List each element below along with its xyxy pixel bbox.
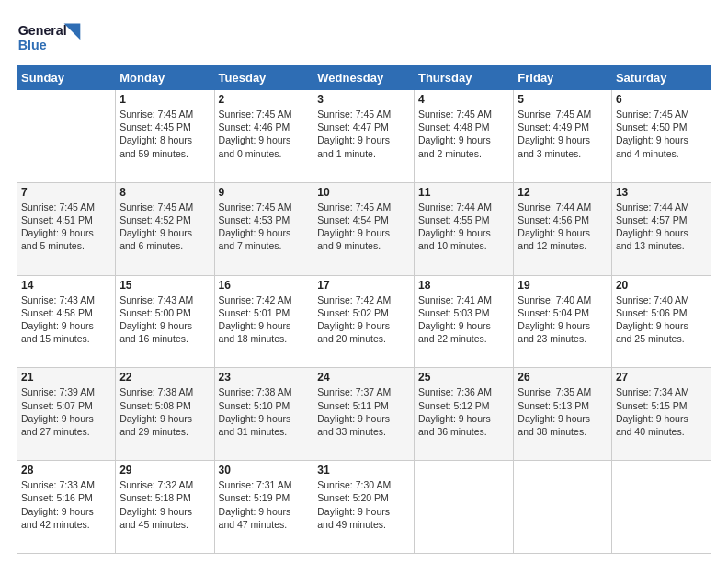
calendar-cell: 9Sunrise: 7:45 AMSunset: 4:53 PMDaylight… — [214, 182, 313, 275]
day-number: 17 — [317, 279, 410, 292]
day-number: 8 — [119, 186, 210, 199]
day-info: Sunrise: 7:38 AMSunset: 5:10 PMDaylight:… — [219, 385, 310, 438]
calendar-cell: 1Sunrise: 7:45 AMSunset: 4:45 PMDaylight… — [116, 90, 214, 183]
day-info: Sunrise: 7:41 AMSunset: 5:03 PMDaylight:… — [418, 293, 509, 346]
day-info: Sunrise: 7:45 AMSunset: 4:53 PMDaylight:… — [219, 201, 310, 253]
day-number: 12 — [518, 186, 608, 199]
calendar-cell: 15Sunrise: 7:43 AMSunset: 5:00 PMDayligh… — [116, 275, 214, 368]
day-info: Sunrise: 7:38 AMSunset: 5:08 PMDaylight:… — [119, 385, 210, 438]
day-info: Sunrise: 7:34 AMSunset: 5:15 PMDaylight:… — [616, 385, 707, 438]
week-row-1: 1Sunrise: 7:45 AMSunset: 4:45 PMDaylight… — [17, 90, 711, 183]
calendar-cell: 26Sunrise: 7:35 AMSunset: 5:13 PMDayligh… — [514, 368, 612, 461]
day-info: Sunrise: 7:45 AMSunset: 4:46 PMDaylight:… — [219, 108, 310, 160]
day-info: Sunrise: 7:44 AMSunset: 4:57 PMDaylight:… — [616, 201, 707, 253]
calendar-cell: 10Sunrise: 7:45 AMSunset: 4:54 PMDayligh… — [313, 182, 415, 275]
calendar-cell: 2Sunrise: 7:45 AMSunset: 4:46 PMDaylight… — [214, 90, 313, 183]
day-info: Sunrise: 7:42 AMSunset: 5:01 PMDaylight:… — [219, 293, 310, 346]
calendar-cell — [17, 90, 116, 183]
calendar-cell: 18Sunrise: 7:41 AMSunset: 5:03 PMDayligh… — [414, 275, 513, 368]
day-info: Sunrise: 7:40 AMSunset: 5:04 PMDaylight:… — [518, 293, 608, 346]
calendar-cell — [611, 461, 711, 554]
calendar-cell: 8Sunrise: 7:45 AMSunset: 4:52 PMDaylight… — [116, 182, 214, 275]
svg-text:General: General — [18, 23, 67, 38]
calendar-cell: 19Sunrise: 7:40 AMSunset: 5:04 PMDayligh… — [514, 275, 612, 368]
weekday-header-sunday: Sunday — [17, 66, 116, 90]
weekday-header-tuesday: Tuesday — [214, 66, 313, 90]
day-number: 5 — [518, 93, 608, 106]
day-number: 18 — [418, 279, 509, 292]
day-info: Sunrise: 7:43 AMSunset: 5:00 PMDaylight:… — [119, 293, 210, 346]
calendar-cell: 23Sunrise: 7:38 AMSunset: 5:10 PMDayligh… — [214, 368, 313, 461]
header: General Blue — [17, 17, 711, 58]
day-info: Sunrise: 7:36 AMSunset: 5:12 PMDaylight:… — [418, 385, 509, 438]
calendar-cell: 14Sunrise: 7:43 AMSunset: 4:58 PMDayligh… — [17, 275, 116, 368]
calendar-table: SundayMondayTuesdayWednesdayThursdayFrid… — [17, 65, 711, 554]
day-info: Sunrise: 7:37 AMSunset: 5:11 PMDaylight:… — [317, 385, 410, 438]
day-number: 22 — [119, 371, 210, 384]
day-info: Sunrise: 7:33 AMSunset: 5:16 PMDaylight:… — [21, 478, 111, 531]
svg-text:Blue: Blue — [18, 38, 47, 52]
day-number: 7 — [21, 186, 111, 199]
day-number: 10 — [317, 186, 410, 199]
calendar-cell: 13Sunrise: 7:44 AMSunset: 4:57 PMDayligh… — [611, 182, 711, 275]
day-number: 25 — [418, 371, 509, 384]
day-info: Sunrise: 7:39 AMSunset: 5:07 PMDaylight:… — [21, 385, 111, 438]
day-info: Sunrise: 7:44 AMSunset: 4:55 PMDaylight:… — [418, 201, 509, 253]
calendar-cell: 20Sunrise: 7:40 AMSunset: 5:06 PMDayligh… — [611, 275, 711, 368]
week-row-2: 7Sunrise: 7:45 AMSunset: 4:51 PMDaylight… — [17, 182, 711, 275]
day-number: 29 — [119, 464, 210, 477]
day-info: Sunrise: 7:45 AMSunset: 4:47 PMDaylight:… — [317, 108, 410, 160]
calendar-cell: 5Sunrise: 7:45 AMSunset: 4:49 PMDaylight… — [514, 90, 612, 183]
week-row-4: 21Sunrise: 7:39 AMSunset: 5:07 PMDayligh… — [17, 368, 711, 461]
weekday-header-thursday: Thursday — [414, 66, 513, 90]
day-info: Sunrise: 7:31 AMSunset: 5:19 PMDaylight:… — [219, 478, 310, 531]
calendar-cell: 16Sunrise: 7:42 AMSunset: 5:01 PMDayligh… — [214, 275, 313, 368]
day-number: 24 — [317, 371, 410, 384]
day-number: 20 — [616, 279, 707, 292]
day-info: Sunrise: 7:35 AMSunset: 5:13 PMDaylight:… — [518, 385, 608, 438]
calendar-cell: 27Sunrise: 7:34 AMSunset: 5:15 PMDayligh… — [611, 368, 711, 461]
day-number: 19 — [518, 279, 608, 292]
calendar-cell: 25Sunrise: 7:36 AMSunset: 5:12 PMDayligh… — [414, 368, 513, 461]
calendar-cell: 7Sunrise: 7:45 AMSunset: 4:51 PMDaylight… — [17, 182, 116, 275]
day-info: Sunrise: 7:45 AMSunset: 4:48 PMDaylight:… — [418, 108, 509, 160]
day-number: 15 — [119, 279, 210, 292]
day-number: 11 — [418, 186, 509, 199]
day-number: 3 — [317, 93, 410, 106]
weekday-header-wednesday: Wednesday — [313, 66, 415, 90]
day-info: Sunrise: 7:32 AMSunset: 5:18 PMDaylight:… — [119, 478, 210, 531]
day-number: 9 — [219, 186, 310, 199]
day-info: Sunrise: 7:45 AMSunset: 4:52 PMDaylight:… — [119, 201, 210, 253]
calendar-cell: 28Sunrise: 7:33 AMSunset: 5:16 PMDayligh… — [17, 461, 116, 554]
week-row-5: 28Sunrise: 7:33 AMSunset: 5:16 PMDayligh… — [17, 461, 711, 554]
day-number: 16 — [219, 279, 310, 292]
weekday-header-friday: Friday — [514, 66, 612, 90]
day-number: 1 — [119, 93, 210, 106]
weekday-header-saturday: Saturday — [611, 66, 711, 90]
calendar-cell: 31Sunrise: 7:30 AMSunset: 5:20 PMDayligh… — [313, 461, 415, 554]
day-info: Sunrise: 7:45 AMSunset: 4:54 PMDaylight:… — [317, 201, 410, 253]
day-info: Sunrise: 7:45 AMSunset: 4:51 PMDaylight:… — [21, 201, 111, 253]
day-info: Sunrise: 7:44 AMSunset: 4:56 PMDaylight:… — [518, 201, 608, 253]
day-number: 21 — [21, 371, 111, 384]
logo-svg: General Blue — [17, 17, 90, 58]
day-number: 31 — [317, 464, 410, 477]
calendar-cell: 4Sunrise: 7:45 AMSunset: 4:48 PMDaylight… — [414, 90, 513, 183]
day-info: Sunrise: 7:45 AMSunset: 4:50 PMDaylight:… — [616, 108, 707, 160]
calendar-cell — [514, 461, 612, 554]
day-info: Sunrise: 7:45 AMSunset: 4:45 PMDaylight:… — [119, 108, 210, 160]
calendar-cell: 11Sunrise: 7:44 AMSunset: 4:55 PMDayligh… — [414, 182, 513, 275]
day-info: Sunrise: 7:43 AMSunset: 4:58 PMDaylight:… — [21, 293, 111, 346]
day-number: 4 — [418, 93, 509, 106]
calendar-cell: 24Sunrise: 7:37 AMSunset: 5:11 PMDayligh… — [313, 368, 415, 461]
day-number: 14 — [21, 279, 111, 292]
day-number: 23 — [219, 371, 310, 384]
weekday-header-row: SundayMondayTuesdayWednesdayThursdayFrid… — [17, 66, 711, 90]
page: General Blue SundayMondayTuesdayWednesda… — [0, 0, 728, 563]
day-info: Sunrise: 7:40 AMSunset: 5:06 PMDaylight:… — [616, 293, 707, 346]
calendar-cell: 22Sunrise: 7:38 AMSunset: 5:08 PMDayligh… — [116, 368, 214, 461]
calendar-cell: 21Sunrise: 7:39 AMSunset: 5:07 PMDayligh… — [17, 368, 116, 461]
day-info: Sunrise: 7:45 AMSunset: 4:49 PMDaylight:… — [518, 108, 608, 160]
day-number: 13 — [616, 186, 707, 199]
calendar-cell: 29Sunrise: 7:32 AMSunset: 5:18 PMDayligh… — [116, 461, 214, 554]
